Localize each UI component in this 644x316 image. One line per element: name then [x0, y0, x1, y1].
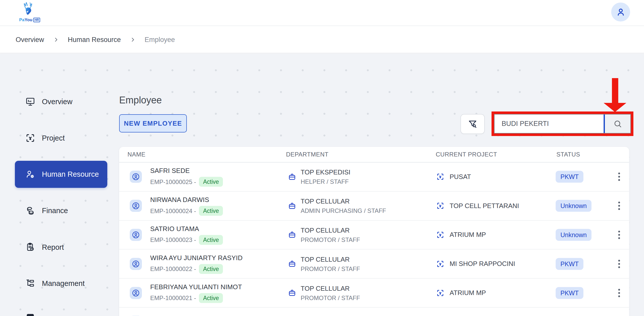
sidebar-item-finance[interactable]: Finance	[15, 203, 107, 218]
cube-scan-icon	[25, 133, 35, 143]
department-name: TOP CELLULAR	[301, 226, 360, 234]
sidebar-item-label: Finance	[42, 207, 68, 215]
person-circle-icon	[132, 289, 140, 297]
sidebar-item-management[interactable]: Management	[15, 276, 107, 291]
search-input[interactable]	[495, 115, 604, 133]
department-text: TOP CELLULAR PROMOTOR / STAFF	[301, 284, 360, 301]
active-badge: Active	[199, 293, 223, 303]
column-header: NAME	[127, 151, 145, 158]
row-menu-button[interactable]	[616, 229, 622, 241]
employee-name: SAFRI SEDE	[150, 167, 223, 175]
table-row[interactable]: SATRIO UTAMA EMP-10000023 - Active TOP C…	[119, 221, 629, 250]
department-cell: TOP EKSPEDISI HELPER / STAFF	[288, 168, 350, 185]
briefcase-icon	[288, 172, 297, 181]
department-text: TOP CELLULAR ADMIN PURCHASING / STAFF	[301, 197, 386, 214]
sidebar-item-partial-icon	[27, 314, 34, 316]
employee-code-line: EMP-10000022 - Active	[150, 264, 243, 274]
deer-logo-icon	[19, 2, 37, 17]
employee-code: EMP-10000024 -	[150, 207, 196, 214]
status-badge: PKWT	[556, 287, 583, 299]
row-menu-button[interactable]	[616, 171, 622, 183]
project-name: ATRIUM MP	[450, 231, 486, 239]
status-badge: Unknown	[556, 229, 591, 241]
active-badge: Active	[199, 206, 223, 216]
user-avatar-button[interactable]	[611, 3, 630, 21]
sidebar-item-overview[interactable]: Overview	[15, 94, 107, 109]
department-role: PROMOTOR / STAFF	[301, 265, 360, 272]
department-text: TOP CELLULAR PROMOTOR / STAFF	[301, 255, 360, 272]
table-header-row: NAMEDEPARTMENTCURRENT PROJECTSTATUS	[119, 147, 629, 163]
employee-code-line: EMP-10000024 - Active	[150, 206, 223, 216]
project-cell: ATRIUM MP	[436, 231, 486, 239]
name-cell: FEBRIYANA YULIANTI NIMOT EMP-10000021 - …	[150, 283, 242, 303]
project-cell: MI SHOP RAPPOCINI	[436, 260, 515, 268]
employee-avatar	[130, 229, 142, 241]
sidebar-item-report[interactable]: Report	[15, 240, 107, 255]
employee-code: EMP-10000023 -	[150, 236, 196, 243]
filter-search-icon	[467, 119, 478, 129]
breadcrumb-item[interactable]: Human Resource	[68, 36, 121, 44]
cube-scan-icon	[436, 260, 444, 268]
cube-scan-icon	[436, 202, 444, 210]
brand-logo[interactable]: PaYouHR	[19, 2, 37, 22]
name-cell: NIRWANA DARWIS EMP-10000024 - Active	[150, 196, 223, 216]
department-cell: TOP CELLULAR ADMIN PURCHASING / STAFF	[288, 197, 386, 214]
sidebar-item-project[interactable]: Project	[15, 130, 107, 146]
project-name: ATRIUM MP	[450, 289, 486, 297]
employee-avatar	[130, 258, 142, 270]
sidebar-item-label: Human Resource	[42, 170, 99, 178]
name-cell: SAFRI SEDE EMP-10000025 - Active	[150, 167, 223, 187]
department-role: HELPER / STAFF	[301, 178, 350, 185]
row-menu-button[interactable]	[616, 287, 622, 299]
sidebar-item-label: Management	[42, 279, 85, 288]
active-badge: Active	[199, 264, 223, 274]
new-employee-button[interactable]: NEW EMPLOYEE	[119, 114, 187, 132]
cube-scan-icon	[436, 289, 444, 297]
table-row[interactable]: FEBRIYANA YULIANTI NIMOT EMP-10000021 - …	[119, 279, 629, 308]
row-menu-button[interactable]	[616, 200, 622, 212]
employee-name: SATRIO UTAMA	[150, 225, 223, 233]
filter-button[interactable]	[460, 114, 485, 134]
search-button[interactable]	[605, 115, 630, 133]
chevron-right-icon	[53, 37, 59, 42]
sidebar-item-label: Overview	[42, 98, 72, 106]
clipboard-clock-icon	[25, 242, 35, 252]
department-name: TOP CELLULAR	[301, 197, 386, 205]
breadcrumb-item[interactable]: Overview	[16, 36, 44, 44]
department-name: TOP CELLULAR	[301, 255, 360, 263]
project-name: MI SHOP RAPPOCINI	[450, 260, 515, 268]
search-icon	[613, 119, 623, 129]
search-box	[494, 114, 631, 133]
annotation-arrow-shaft	[612, 78, 618, 104]
employee-avatar	[130, 200, 142, 212]
monitor-icon	[25, 97, 35, 107]
column-header: DEPARTMENT	[286, 151, 328, 158]
person-circle-icon	[132, 231, 140, 239]
status-badge: Unknown	[556, 200, 591, 212]
employee-code: EMP-10000021 -	[150, 295, 196, 302]
coins-icon	[25, 206, 35, 216]
person-circle-icon	[132, 172, 140, 181]
org-tree-icon	[25, 278, 35, 288]
department-cell: TOP CELLULAR PROMOTOR / STAFF	[288, 284, 360, 301]
employee-table: NAMEDEPARTMENTCURRENT PROJECTSTATUS SAFR…	[119, 147, 629, 316]
department-name: TOP CELLULAR	[301, 284, 360, 292]
table-row[interactable]: SAFRI SEDE EMP-10000025 - Active TOP EKS…	[119, 163, 629, 192]
department-cell: TOP CELLULAR PROMOTOR / STAFF	[288, 255, 360, 272]
employee-name: FEBRIYANA YULIANTI NIMOT	[150, 283, 242, 291]
breadcrumb-item: Employee	[145, 36, 175, 44]
sidebar-item-human-resource[interactable]: Human Resource	[15, 161, 107, 188]
employee-avatar	[130, 287, 142, 299]
table-row[interactable]: WIRA AYU JUNIARTY RASYID EMP-10000022 - …	[119, 250, 629, 279]
active-badge: Active	[199, 177, 223, 187]
person-circle-icon	[132, 260, 140, 268]
department-text: TOP EKSPEDISI HELPER / STAFF	[301, 168, 350, 185]
row-menu-button[interactable]	[616, 258, 622, 270]
employee-code: EMP-10000022 -	[150, 265, 196, 273]
table-row[interactable]: NIRWANA DARWIS EMP-10000024 - Active TOP…	[119, 192, 629, 221]
project-cell: PUSAT	[436, 173, 471, 181]
employee-name: NIRWANA DARWIS	[150, 196, 223, 204]
table-row[interactable]: KHUSNUL KHOTIMAH TOP CELLULAR	[119, 308, 629, 316]
name-cell: WIRA AYU JUNIARTY RASYID EMP-10000022 - …	[150, 254, 243, 274]
annotation-red-box	[492, 111, 633, 136]
